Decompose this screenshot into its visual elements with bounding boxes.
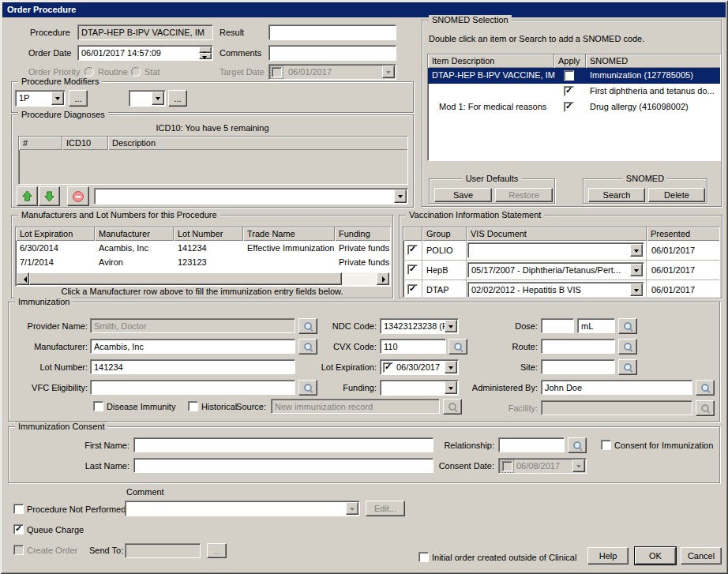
- snomed-row[interactable]: First diphtheria and tetanus do...: [428, 84, 720, 99]
- help-button[interactable]: Help: [587, 547, 629, 565]
- manufacturer-input[interactable]: Acambis, Inc: [90, 339, 295, 354]
- vis-document-combo[interactable]: [467, 242, 644, 258]
- site-search-button[interactable]: [618, 359, 637, 375]
- col-lot-number[interactable]: Lot Number: [174, 227, 243, 241]
- snomed-search-button[interactable]: Search: [588, 188, 645, 202]
- dose-search-button[interactable]: [618, 318, 637, 334]
- dropdown-arrow-icon[interactable]: [630, 244, 643, 257]
- dropdown-arrow-icon[interactable]: [394, 189, 407, 203]
- vis-group-checkbox[interactable]: [407, 264, 418, 275]
- spinner-up-icon[interactable]: [199, 47, 212, 53]
- vfc-eligibility-input[interactable]: [90, 380, 295, 395]
- initial-order-checkbox[interactable]: [418, 552, 429, 562]
- result-input[interactable]: [268, 24, 396, 40]
- modifier1-combo[interactable]: 1P: [15, 90, 66, 107]
- scroll-left-icon[interactable]: [17, 272, 29, 285]
- snomed-selection-group: SNOMED Selection Double click an item or…: [422, 20, 722, 207]
- col-number[interactable]: #: [19, 137, 62, 150]
- lot-expiration-checkbox[interactable]: [383, 362, 393, 373]
- apply-checkbox[interactable]: [564, 70, 574, 81]
- col-item-description[interactable]: Item Description: [428, 54, 554, 68]
- lot-expiration-combo[interactable]: 06/30/2017: [380, 359, 459, 375]
- col-presented[interactable]: Presented: [647, 227, 719, 241]
- move-up-button[interactable]: [17, 186, 38, 206]
- relationship-search-button[interactable]: [568, 437, 587, 453]
- manufacturer-row[interactable]: 6/30/2014 Acambis, Inc 141234 Effective …: [16, 241, 390, 255]
- snomed-row-selected[interactable]: DTAP-HEP B-IPV VACCINE, IM Immunization …: [428, 68, 720, 84]
- col-group[interactable]: Group: [422, 227, 467, 241]
- dose-input[interactable]: [541, 318, 574, 333]
- col-apply[interactable]: Apply: [554, 54, 586, 68]
- route-search-button[interactable]: [618, 339, 637, 355]
- vis-group: Vaccination Information Statement Group …: [399, 215, 722, 298]
- diagnoses-table[interactable]: # ICD10 Description: [18, 136, 408, 185]
- col-vis-document[interactable]: VIS Document: [467, 227, 647, 241]
- dropdown-arrow-icon[interactable]: [445, 381, 457, 394]
- administered-by-input[interactable]: John Doe: [541, 380, 692, 395]
- col-lot-expiration[interactable]: Lot Expiration: [16, 227, 95, 241]
- vis-document-combo[interactable]: 02/02/2012 - Hepatitis B VIS: [467, 282, 644, 298]
- snomed-row[interactable]: Mod 1: For medical reasons Drug allergy …: [428, 99, 720, 115]
- col-trade-name[interactable]: Trade Name: [243, 227, 335, 241]
- scroll-right-icon[interactable]: [377, 272, 389, 285]
- apply-checkbox[interactable]: [564, 86, 574, 96]
- horizontal-scrollbar[interactable]: [17, 272, 389, 285]
- save-button[interactable]: Save: [434, 188, 492, 202]
- move-down-button[interactable]: [39, 186, 60, 206]
- col-description[interactable]: Description: [108, 137, 407, 150]
- vis-group-checkbox[interactable]: [407, 284, 418, 295]
- apply-checkbox[interactable]: [564, 102, 574, 112]
- dropdown-arrow-icon[interactable]: [630, 264, 643, 276]
- dropdown-arrow-icon[interactable]: [152, 92, 164, 105]
- dropdown-arrow-icon[interactable]: [630, 283, 643, 296]
- snomed-delete-button[interactable]: Delete: [648, 188, 705, 202]
- vis-document-combo[interactable]: 05/17/2007 - Diphtheria/Tetanus/Pert...: [467, 262, 644, 278]
- relationship-input[interactable]: [498, 437, 565, 452]
- col-snomed[interactable]: SNOMED: [586, 54, 720, 68]
- manufacturer-row[interactable]: 7/1/2014 Aviron 123123 Private funds: [16, 255, 390, 269]
- col-icd10[interactable]: ICD10: [62, 137, 108, 150]
- vis-row[interactable]: DTAP 02/02/2012 - Hepatitis B VIS 06/01/…: [403, 280, 719, 298]
- route-input[interactable]: [541, 339, 615, 354]
- spinner-down-icon[interactable]: [199, 53, 212, 59]
- modifier1-browse-button[interactable]: ...: [69, 90, 88, 107]
- comments-input[interactable]: [268, 45, 396, 61]
- vis-group-checkbox[interactable]: [407, 245, 418, 255]
- modifier2-browse-button[interactable]: ...: [168, 90, 187, 107]
- dropdown-arrow-icon[interactable]: [445, 361, 457, 373]
- procedure-not-performed-checkbox[interactable]: [13, 504, 24, 514]
- cell-funding: Private funds: [335, 257, 390, 267]
- order-date-spinner[interactable]: [199, 47, 212, 59]
- cvx-code-input[interactable]: 110: [380, 339, 446, 354]
- ok-button[interactable]: OK: [635, 547, 676, 565]
- cancel-button[interactable]: Cancel: [681, 547, 722, 565]
- dropdown-arrow-icon[interactable]: [445, 320, 457, 332]
- remove-diagnosis-button[interactable]: [67, 186, 89, 206]
- scrollbar-thumb[interactable]: [29, 272, 342, 285]
- title-bar[interactable]: Order Procedure: [2, 2, 726, 17]
- disease-immunity-checkbox[interactable]: [93, 401, 103, 411]
- snomed-list[interactable]: Item Description Apply SNOMED DTAP-HEP B…: [427, 54, 721, 161]
- consent-for-immunization-checkbox[interactable]: [601, 440, 611, 450]
- modifier2-combo[interactable]: [129, 90, 166, 107]
- col-manufacturer[interactable]: Manufacturer: [95, 227, 174, 241]
- last-name-input[interactable]: [133, 458, 433, 473]
- scrollbar-track[interactable]: [342, 272, 377, 285]
- vis-table[interactable]: Group VIS Document Presented POLIO 06/01…: [403, 227, 720, 298]
- order-date-field[interactable]: 06/01/2017 14:57:09: [77, 45, 213, 61]
- vis-row[interactable]: HepB 05/17/2007 - Diphtheria/Tetanus/Per…: [403, 261, 719, 280]
- dose-unit-input[interactable]: mL: [577, 318, 615, 333]
- vis-row[interactable]: POLIO 06/01/2017: [403, 241, 719, 261]
- queue-charge-checkbox[interactable]: [13, 524, 24, 535]
- first-name-input[interactable]: [133, 437, 433, 452]
- site-input[interactable]: [541, 359, 615, 374]
- diagnosis-combo[interactable]: [94, 188, 408, 204]
- relationship-label: Relationship:: [413, 441, 494, 451]
- lot-number-input[interactable]: 141234: [90, 359, 295, 374]
- dropdown-arrow-icon[interactable]: [51, 92, 64, 105]
- manufacturers-table[interactable]: Lot Expiration Manufacturer Lot Number T…: [15, 227, 391, 287]
- col-funding[interactable]: Funding: [335, 227, 390, 241]
- administered-by-search-button[interactable]: [696, 380, 715, 396]
- ndc-code-combo[interactable]: 13423123238 (P): [380, 318, 459, 334]
- funding-combo[interactable]: [380, 380, 459, 396]
